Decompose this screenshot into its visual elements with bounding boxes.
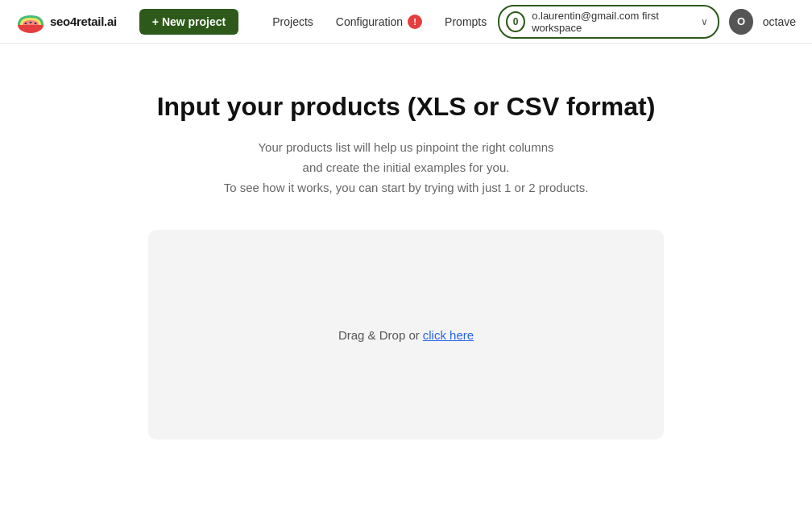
configuration-badge: ! — [408, 15, 422, 29]
header-right: 0 o.laurentin@gmail.com first workspace … — [498, 5, 796, 39]
upload-dropzone[interactable]: Drag & Drop or click here — [148, 230, 664, 439]
header: seo4retail.ai + New project Projects Con… — [0, 0, 812, 44]
main-content: Input your products (XLS or CSV format) … — [0, 44, 812, 456]
workspace-selector[interactable]: 0 o.laurentin@gmail.com first workspace … — [498, 5, 719, 39]
nav-configuration[interactable]: Configuration ! — [325, 10, 433, 34]
workspace-chevron-icon: ∨ — [701, 16, 708, 27]
workspace-name: o.laurentin@gmail.com first workspace — [532, 10, 694, 34]
upload-text: Drag & Drop or click here — [338, 328, 474, 342]
new-project-button[interactable]: + New project — [139, 9, 238, 35]
nav-links: Projects Configuration ! Prompts — [261, 10, 498, 34]
logo-area: seo4retail.ai — [16, 7, 117, 36]
avatar: O — [729, 9, 752, 35]
logo-text: seo4retail.ai — [50, 15, 117, 28]
nav-prompts[interactable]: Prompts — [433, 10, 498, 33]
svg-point-2 — [30, 22, 32, 23]
user-name: octave — [763, 15, 796, 28]
page-description: Your products list will help us pinpoint… — [224, 138, 589, 198]
drag-drop-label: Drag & Drop or — [338, 328, 420, 342]
logo-icon — [16, 7, 45, 36]
configuration-label: Configuration — [336, 15, 403, 28]
nav-projects[interactable]: Projects — [261, 10, 325, 33]
description-line1: Your products list will help us pinpoint… — [258, 140, 553, 154]
description-line3: To see how it works, you can start by tr… — [224, 181, 589, 194]
page-title: Input your products (XLS or CSV format) — [157, 92, 656, 122]
description-line2: and create the initial examples for you. — [303, 160, 510, 174]
click-here-link[interactable]: click here — [423, 328, 474, 342]
workspace-circle: 0 — [506, 11, 525, 32]
